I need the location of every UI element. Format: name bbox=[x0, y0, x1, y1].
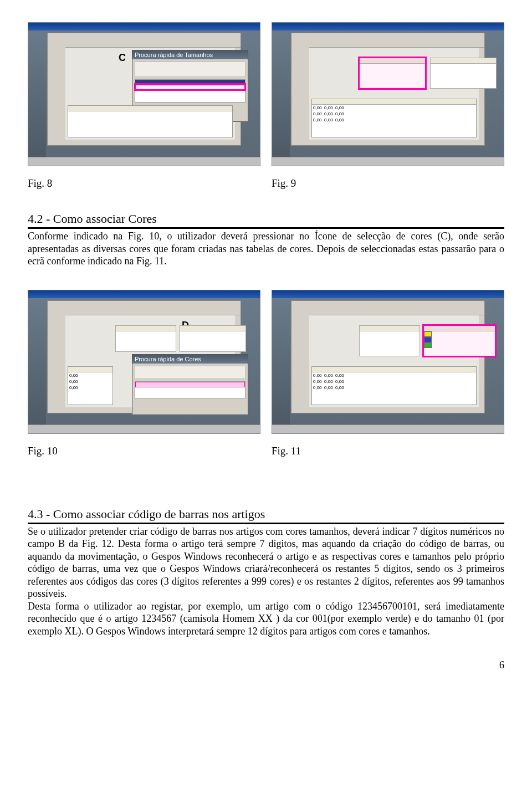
prices-table bbox=[68, 105, 233, 137]
fig8-label: Fig. 8 bbox=[28, 177, 260, 190]
sizes-panel bbox=[115, 325, 176, 352]
prices-table: 0,00 0,00 0,00 bbox=[68, 366, 113, 405]
figure-row-2: D Procura rápida de Cores bbox=[28, 290, 504, 434]
highlight-colors-panel bbox=[422, 324, 497, 357]
fig11-label: Fig. 11 bbox=[272, 445, 504, 457]
section-4-2-paragraph: Conforme indicado na Fig. 10, o utilizad… bbox=[28, 230, 504, 268]
figure-10: D Procura rápida de Cores bbox=[28, 290, 260, 434]
dialog-title: Procura rápida de Tamanhos bbox=[132, 50, 248, 59]
screenshot-fig8: C Procura rápida de Tamanhos bbox=[28, 22, 260, 166]
figure-11: 0,00 0,00 0,00 0,00 0,00 0,00 0,00 0,00 … bbox=[272, 290, 504, 434]
screenshot-fig9: 0,00 0,00 0,00 0,00 0,00 0,00 0,00 0,00 … bbox=[272, 22, 504, 166]
figure-labels-row1: Fig. 8 Fig. 9 bbox=[28, 172, 504, 195]
section-4-3-paragraph: Se o utilizador pretender criar código d… bbox=[28, 525, 504, 638]
search-dialog-colors: Procura rápida de Cores bbox=[132, 354, 248, 415]
figure-row-1: C Procura rápida de Tamanhos bbox=[28, 22, 504, 166]
section-4-3-title: 4.3 - Como associar código de barras nos… bbox=[28, 507, 504, 524]
screenshot-fig10: D Procura rápida de Cores bbox=[28, 290, 260, 434]
fig9-label: Fig. 9 bbox=[272, 177, 504, 190]
prices-table: 0,00 0,00 0,00 0,00 0,00 0,00 0,00 0,00 … bbox=[311, 366, 477, 405]
section-4-2-title: 4.2 - Como associar Cores bbox=[28, 212, 504, 229]
figure-8: C Procura rápida de Tamanhos bbox=[28, 22, 260, 166]
highlight-selected-size bbox=[134, 83, 246, 91]
sizes-panel bbox=[359, 325, 420, 356]
highlight-sizes-panel bbox=[358, 57, 427, 90]
page-number: 6 bbox=[28, 659, 504, 671]
colors-panel bbox=[180, 325, 246, 352]
prices-table: 0,00 0,00 0,00 0,00 0,00 0,00 0,00 0,00 … bbox=[311, 99, 477, 137]
dialog-title: Procura rápida de Cores bbox=[132, 355, 248, 364]
figure-labels-row2: Fig. 10 Fig. 11 bbox=[28, 439, 504, 463]
fig10-label: Fig. 10 bbox=[28, 445, 260, 457]
figure-9: 0,00 0,00 0,00 0,00 0,00 0,00 0,00 0,00 … bbox=[272, 22, 504, 166]
annotation-letter-c: C bbox=[119, 52, 126, 64]
screenshot-fig11: 0,00 0,00 0,00 0,00 0,00 0,00 0,00 0,00 … bbox=[272, 290, 504, 434]
colors-panel-empty bbox=[430, 58, 497, 89]
